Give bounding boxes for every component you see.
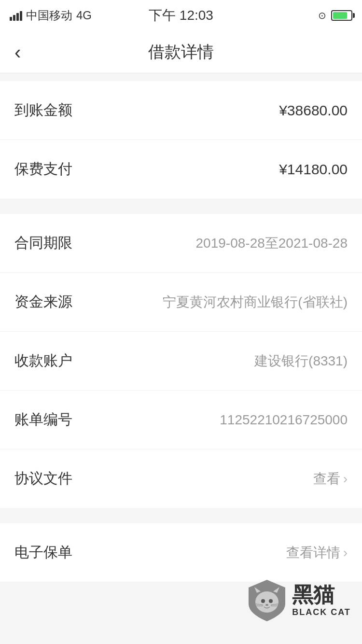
status-left: 中国移动 4G: [10, 8, 92, 23]
insurance-payment-value: ¥14180.00: [82, 161, 348, 178]
svg-point-0: [255, 591, 278, 613]
blackcat-logo: 黑猫 BLACK CAT: [248, 579, 351, 622]
arrival-amount-label: 到账金额: [14, 100, 72, 120]
row-insurance-payment: 保费支付 ¥14180.00: [0, 140, 362, 198]
svg-point-5: [261, 599, 265, 603]
section-details: 合同期限 2019-08-28至2021-08-28 资金来源 宁夏黄河农村商业…: [0, 214, 362, 508]
blackcat-text: 黑猫 BLACK CAT: [292, 584, 351, 617]
agreement-file-label: 协议文件: [14, 469, 72, 489]
chevron-right-icon: ›: [343, 471, 348, 487]
row-bill-number: 账单编号 11252210216725000: [0, 391, 362, 449]
blackcat-en: BLACK CAT: [292, 607, 351, 617]
row-contract-period: 合同期限 2019-08-28至2021-08-28: [0, 214, 362, 273]
receiving-account-label: 收款账户: [14, 351, 72, 371]
row-agreement-file[interactable]: 协议文件 查看 ›: [0, 449, 362, 508]
lock-icon: ⊙: [318, 10, 326, 21]
mid-spacer: [0, 206, 362, 214]
top-spacer: [0, 73, 362, 81]
insurance-payment-label: 保费支付: [14, 159, 72, 179]
row-fund-source: 资金来源 宁夏黄河农村商业银行(省联社): [0, 273, 362, 332]
cat-shield-icon: [248, 579, 286, 622]
blackcat-cn: 黑猫: [292, 584, 334, 605]
status-bar: 中国移动 4G 下午 12:03 ⊙: [0, 0, 362, 31]
time-label: 下午 12:03: [149, 6, 213, 25]
arrival-amount-value: ¥38680.00: [82, 102, 348, 119]
svg-point-6: [269, 599, 273, 603]
content: 到账金额 ¥38680.00 保费支付 ¥14180.00 合同期限 2019-…: [0, 73, 362, 582]
row-receiving-account: 收款账户 建设银行(8331): [0, 332, 362, 391]
fund-source-value: 宁夏黄河农村商业银行(省联社): [82, 293, 348, 311]
receiving-account-value: 建设银行(8331): [82, 352, 348, 370]
signal-icon: [10, 10, 22, 21]
battery-fill: [333, 12, 347, 19]
bill-number-value: 11252210216725000: [82, 412, 348, 428]
bill-number-label: 账单编号: [14, 410, 72, 430]
nav-bar: ‹ 借款详情: [0, 31, 362, 73]
fund-source-label: 资金来源: [14, 292, 72, 312]
battery-icon: [331, 10, 352, 21]
network-label: 4G: [76, 9, 92, 22]
carrier-label: 中国移动: [26, 8, 72, 23]
page-title: 借款详情: [148, 41, 214, 63]
electronic-policy-label: 电子保单: [14, 543, 72, 562]
back-button[interactable]: ‹: [14, 42, 21, 62]
svg-point-7: [265, 604, 268, 606]
row-arrival-amount: 到账金额 ¥38680.00: [0, 81, 362, 140]
section-amounts: 到账金额 ¥38680.00 保费支付 ¥14180.00: [0, 81, 362, 198]
agreement-file-value[interactable]: 查看 ›: [82, 470, 348, 488]
status-right: ⊙: [318, 10, 352, 21]
watermark: 黑猫 BLACK CAT: [237, 557, 362, 644]
agreement-file-link-text: 查看: [313, 470, 340, 488]
contract-period-label: 合同期限: [14, 233, 72, 253]
contract-period-value: 2019-08-28至2021-08-28: [82, 234, 348, 252]
bottom-spacer: [0, 516, 362, 523]
